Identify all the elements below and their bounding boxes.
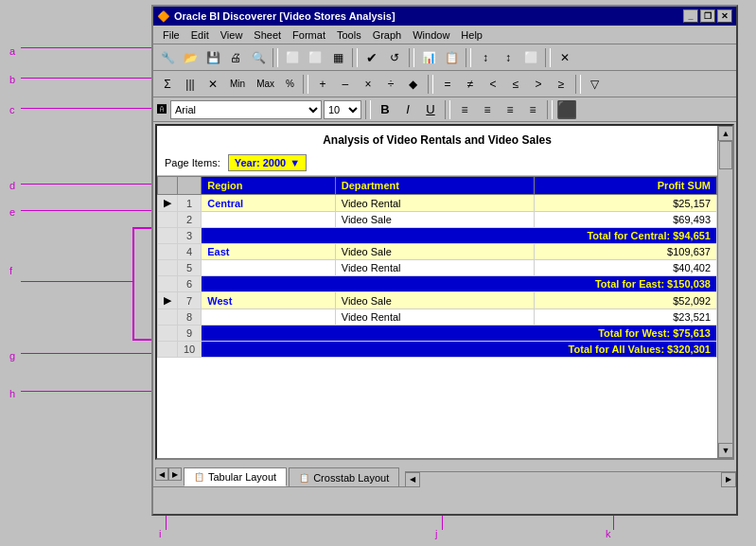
bold-button[interactable]: B bbox=[375, 99, 396, 120]
dept-cell: Video Rental bbox=[335, 195, 535, 212]
tb1-btn15[interactable]: ⬜ bbox=[520, 47, 541, 68]
total-cell: Total for West: $75,613 bbox=[202, 326, 717, 342]
profit-cell: $25,157 bbox=[535, 195, 717, 212]
size-select[interactable]: 10 bbox=[324, 100, 361, 119]
menu-sheet[interactable]: Sheet bbox=[248, 27, 287, 43]
eq-button[interactable]: = bbox=[437, 74, 458, 95]
scroll-thumb[interactable] bbox=[719, 141, 732, 169]
zoom-button[interactable]: 🔍 bbox=[248, 47, 269, 68]
total-cell: Total for Central: $94,651 bbox=[202, 228, 717, 244]
grand-total-cell: Total for All Values: $320,301 bbox=[202, 342, 717, 358]
menu-edit[interactable]: Edit bbox=[185, 27, 215, 43]
sum-button[interactable]: Σ bbox=[157, 74, 178, 95]
justify-button[interactable]: ≡ bbox=[522, 99, 543, 120]
scroll-right-btn[interactable]: ▶ bbox=[721, 472, 736, 487]
row-arrow bbox=[158, 260, 178, 276]
menu-window[interactable]: Window bbox=[407, 27, 455, 43]
year-dropdown[interactable]: Year: 2000 ▼ bbox=[228, 154, 307, 171]
page-items-bar: Page Items: Year: 2000 ▼ bbox=[157, 150, 717, 176]
diamond-button[interactable]: ◆ bbox=[403, 74, 424, 95]
menu-format[interactable]: Format bbox=[287, 27, 331, 43]
annotation-b: b bbox=[9, 74, 15, 85]
save-button[interactable]: 💾 bbox=[202, 47, 223, 68]
minimize-button[interactable]: _ bbox=[683, 9, 698, 23]
print-button[interactable]: 🖨 bbox=[225, 47, 246, 68]
tb1-btn6[interactable]: ⬜ bbox=[282, 47, 303, 68]
menu-view[interactable]: View bbox=[215, 27, 249, 43]
gt-button[interactable]: > bbox=[528, 74, 549, 95]
dept-cell: Video Sale bbox=[335, 212, 535, 228]
vertical-scrollbar[interactable]: ▲ ▼ bbox=[717, 126, 732, 458]
grid-button[interactable]: ||| bbox=[180, 74, 201, 95]
times-button[interactable]: × bbox=[358, 74, 378, 95]
filter-button[interactable]: ▽ bbox=[585, 74, 606, 95]
lte-button[interactable]: ≤ bbox=[505, 74, 526, 95]
app-icon: 🔶 bbox=[157, 9, 170, 23]
restore-button[interactable]: ❐ bbox=[700, 9, 715, 23]
row-arrow: ▶ bbox=[158, 292, 178, 309]
tab-crosstab[interactable]: 📋 Crosstab Layout bbox=[289, 467, 399, 486]
profit-cell: $40,402 bbox=[535, 260, 717, 276]
sep11 bbox=[547, 100, 553, 119]
toolbar-row1: 🔧 📂 💾 🖨 🔍 ⬜ ⬜ ▦ ✔ ↺ 📊 📋 ↕ ↕ ⬜ ✕ bbox=[153, 44, 736, 71]
menu-file[interactable]: File bbox=[157, 27, 185, 43]
plus-button[interactable]: + bbox=[312, 74, 333, 95]
profit-cell: $109,637 bbox=[535, 244, 717, 260]
header-profit: Profit SUM bbox=[535, 177, 717, 195]
delete-button[interactable]: ✕ bbox=[202, 74, 223, 95]
font-select[interactable]: Arial bbox=[170, 100, 322, 119]
tb1-btn10[interactable]: ↺ bbox=[384, 47, 405, 68]
table-row: 10 Total for All Values: $320,301 bbox=[158, 342, 717, 358]
align-center-button[interactable]: ≡ bbox=[477, 99, 498, 120]
region-cell bbox=[202, 260, 336, 276]
min-button[interactable]: Min bbox=[225, 75, 250, 94]
italic-button[interactable]: I bbox=[397, 99, 418, 120]
highlight-button[interactable]: ⬛ bbox=[556, 99, 577, 120]
open-button[interactable]: 📂 bbox=[180, 47, 201, 68]
row-arrow bbox=[158, 342, 178, 358]
close-button[interactable]: ✕ bbox=[717, 9, 732, 23]
tab-icon-2: 📋 bbox=[299, 473, 309, 483]
horizontal-scrollbar[interactable]: ◀ ▶ bbox=[405, 471, 736, 486]
scroll-left-btn[interactable]: ◀ bbox=[405, 472, 420, 487]
header-arrow bbox=[158, 177, 178, 195]
sort-asc-button[interactable]: ↕ bbox=[475, 47, 496, 68]
tab-scroll-right[interactable]: ▶ bbox=[168, 467, 182, 481]
region-cell: Central bbox=[202, 195, 336, 212]
tb1-btn8[interactable]: ▦ bbox=[327, 47, 348, 68]
lt-button[interactable]: < bbox=[483, 74, 503, 95]
scroll-up-button[interactable]: ▲ bbox=[718, 126, 733, 141]
align-right-button[interactable]: ≡ bbox=[500, 99, 520, 120]
gte-button[interactable]: ≥ bbox=[551, 74, 571, 95]
underline-button[interactable]: U bbox=[420, 99, 441, 120]
tb1-btn9[interactable]: ✔ bbox=[361, 47, 382, 68]
sheet-title: Analysis of Video Rentals and Video Sale… bbox=[157, 126, 717, 150]
tab-row: ◀ ▶ 📋 Tabular Layout 📋 Crosstab Layout ◀… bbox=[153, 462, 736, 486]
tab-tabular[interactable]: 📋 Tabular Layout bbox=[184, 467, 287, 486]
max-button[interactable]: Max bbox=[252, 75, 279, 94]
annotation-a: a bbox=[9, 45, 15, 57]
align-left-button[interactable]: ≡ bbox=[454, 99, 475, 120]
region-cell: East bbox=[202, 244, 336, 260]
menu-graph[interactable]: Graph bbox=[367, 27, 408, 43]
sep4 bbox=[466, 48, 471, 67]
menu-tools[interactable]: Tools bbox=[331, 27, 367, 43]
table-header-row: Region Department Profit SUM bbox=[158, 177, 717, 195]
chart-button[interactable]: 📊 bbox=[418, 47, 439, 68]
sort-desc-button[interactable]: ↕ bbox=[498, 47, 519, 68]
table-row: ▶ 1 Central Video Rental $25,157 bbox=[158, 195, 717, 212]
pct-button[interactable]: % bbox=[281, 75, 299, 94]
menu-help[interactable]: Help bbox=[455, 27, 488, 43]
new-button[interactable]: 🔧 bbox=[157, 47, 178, 68]
tb1-btn12[interactable]: 📋 bbox=[441, 47, 462, 68]
font-icon: 🅰 bbox=[157, 104, 167, 114]
content-area: ▲ ▼ Analysis of Video Rentals and Video … bbox=[155, 124, 734, 460]
neq-button[interactable]: ≠ bbox=[460, 74, 481, 95]
tb1-close[interactable]: ✕ bbox=[554, 47, 575, 68]
tb1-btn7[interactable]: ⬜ bbox=[305, 47, 325, 68]
tab-scroll-left[interactable]: ◀ bbox=[155, 467, 168, 481]
scroll-down-button[interactable]: ▼ bbox=[718, 443, 733, 458]
minus-button[interactable]: – bbox=[335, 74, 356, 95]
div-button[interactable]: ÷ bbox=[380, 74, 401, 95]
dept-cell: Video Rental bbox=[335, 309, 535, 326]
